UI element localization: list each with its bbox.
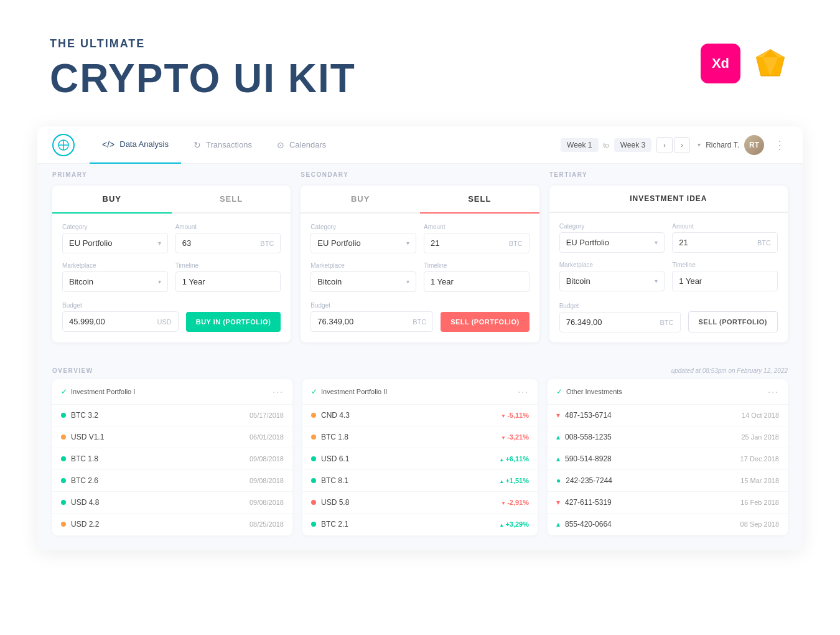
secondary-row-2: Marketplace Bitcoin ▾ Timeline 1 Year [310,262,529,292]
secondary-budget-input[interactable]: 76.349,00 BTC [310,311,433,332]
secondary-amount-input[interactable]: 21 BTC [424,233,530,253]
tertiary-budget-label: Budget [559,303,681,309]
secondary-sell-tab[interactable]: SELL [420,186,539,214]
primary-row-1: Category EU Portfolio ▾ Amount 63 BTC [62,223,281,253]
check-icon: ✓ [311,387,317,396]
page-header: THE ULTIMATE CRYPTO UI KIT Xd [0,0,840,126]
primary-sell-tab[interactable]: SELL [172,186,291,214]
portfolio-2-more[interactable]: ··· [518,387,529,397]
list-item: USD V1.1 06/01/2018 [52,426,292,448]
tertiary-marketplace-input[interactable]: Bitcoin ▾ [559,271,665,291]
tertiary-investment-tab[interactable]: INVESTMENT IDEA [549,186,788,213]
primary-label: PRIMARY [52,171,291,178]
week-to[interactable]: Week 3 [614,138,651,152]
primary-form-tabs: BUY SELL [52,186,291,214]
portfolio-col-1: ✓ Investment Portfolio I ··· BTC 3.2 05/… [52,379,292,535]
status-dot [61,435,66,440]
dropdown-arrow-icon: ▾ [158,278,161,285]
status-dot [311,456,316,461]
secondary-buy-tab[interactable]: BUY [301,186,420,214]
sketch-logo [750,44,790,83]
secondary-action-button[interactable]: SELL (PORTFOLIO) [441,312,529,332]
dropdown-arrow-icon: ▾ [655,239,658,246]
tertiary-marketplace-label: Marketplace [559,261,665,268]
secondary-marketplace-input[interactable]: Bitcoin ▾ [310,271,416,292]
portfolio-col-3: ✓ Other Investments ··· ▾ 487-153-6714 1… [548,379,788,535]
tertiary-label: TERTIARY [549,171,788,178]
user-area[interactable]: ▾ Richard T. RT [698,135,764,155]
tab-transactions[interactable]: ↻ Transactions [181,126,264,164]
tab-calendars[interactable]: ⊙ Calendars [264,126,338,164]
primary-buy-tab[interactable]: BUY [52,186,172,214]
status-dot [61,413,66,418]
secondary-row-1: Category EU Portfolio ▾ Amount 21 BTC [310,223,529,253]
change-value: +1,51% [499,477,529,484]
list-item: USD 2.2 08/25/2018 [52,514,292,535]
list-item: ▾ 487-153-6714 14 Oct 2018 [548,405,788,426]
portfolio-1-header: ✓ Investment Portfolio I ··· [52,379,292,405]
overview-header: OVERVIEW updated at 08:53pm on February … [37,357,803,379]
up-arrow-icon: ● [556,476,561,485]
portfolio-3-title: ✓ Other Investments [556,387,622,396]
secondary-budget-row: Budget 76.349,00 BTC SELL (PORTFOLIO) [310,301,529,332]
secondary-form-body: Category EU Portfolio ▾ Amount 21 BTC [301,214,539,342]
secondary-category-label: Category [310,223,416,230]
primary-amount-label: Amount [175,223,281,230]
portfolio-1-more[interactable]: ··· [273,387,284,397]
status-dot [311,500,316,505]
secondary-amount-group: Amount 21 BTC [424,223,530,253]
list-item: BTC 1.8 09/08/2018 [52,448,292,470]
portfolio-item-left: USD 2.2 [61,520,99,529]
ticker-left: ▴ 855-420-0664 [556,520,612,529]
tertiary-form-body: Category EU Portfolio ▾ Amount 21 BTC [549,213,788,342]
tertiary-budget-input[interactable]: 76.349,00 BTC [559,312,681,332]
portfolio-item-left: USD 5.8 [311,498,349,507]
logos-area: Xd [701,37,790,83]
tertiary-action-button[interactable]: SELL (PORTFOLIO) [688,311,778,332]
primary-category-input[interactable]: EU Portfolio ▾ [62,233,168,253]
tertiary-category-group: Category EU Portfolio ▾ [559,223,665,253]
primary-amount-input[interactable]: 63 BTC [175,233,281,253]
portfolio-3-more[interactable]: ··· [768,387,779,397]
week-next-button[interactable]: › [674,137,690,153]
tertiary-timeline-input[interactable]: 1 Year [672,271,778,291]
week-prev-button[interactable]: ‹ [656,137,673,153]
tertiary-category-input[interactable]: EU Portfolio ▾ [559,232,665,253]
dropdown-arrow-icon: ▾ [406,240,409,247]
app-container: </> Data Analysis ↻ Transactions ⊙ Calen… [37,126,803,550]
list-item: CND 4.3 -5,11% [302,405,538,426]
dropdown-arrow-icon: ▾ [158,240,161,247]
ticker-left: ▴ 590-514-8928 [556,454,612,463]
more-options-icon[interactable]: ⋮ [772,138,788,152]
primary-timeline-input[interactable]: 1 Year [175,271,281,292]
tab-data-analysis[interactable]: </> Data Analysis [90,126,181,164]
change-value: -3,21% [501,433,529,441]
tertiary-amount-input[interactable]: 21 BTC [672,232,778,253]
ticker-left: ▾ 427-611-5319 [556,498,612,507]
secondary-marketplace-label: Marketplace [310,262,416,269]
secondary-timeline-input[interactable]: 1 Year [424,271,530,292]
primary-budget-input[interactable]: 45.999,00 USD [62,311,179,332]
primary-action-button[interactable]: BUY IN (PORTFOLIO) [186,312,281,332]
list-item: BTC 8.1 +1,51% [302,470,538,492]
overview-updated: updated at 08:53pm on February 12, 2022 [671,367,788,374]
secondary-category-group: Category EU Portfolio ▾ [310,223,416,253]
week-from[interactable]: Week 1 [561,138,598,152]
secondary-label: SECONDARY [301,171,539,178]
primary-amount-group: Amount 63 BTC [175,223,281,253]
portfolio-item-left: USD 4.8 [61,498,99,507]
primary-timeline-group: Timeline 1 Year [175,262,281,292]
primary-marketplace-input[interactable]: Bitcoin ▾ [62,271,168,292]
portfolio-item-left: USD 6.1 [311,454,349,463]
secondary-category-input[interactable]: EU Portfolio ▾ [310,233,416,253]
secondary-form-tabs: BUY SELL [301,186,539,214]
nav-logo[interactable] [52,134,75,156]
list-item: ▴ 855-420-0664 08 Sep 2018 [548,514,788,535]
secondary-budget-group: Budget 76.349,00 BTC [310,302,433,332]
primary-row-2: Marketplace Bitcoin ▾ Timeline 1 Year [62,262,281,292]
status-dot [311,522,316,527]
portfolio-item-left: BTC 8.1 [311,476,348,485]
primary-marketplace-label: Marketplace [62,262,168,269]
page-subtitle: THE ULTIMATE [50,37,356,50]
up-arrow-icon: ▴ [556,454,560,463]
